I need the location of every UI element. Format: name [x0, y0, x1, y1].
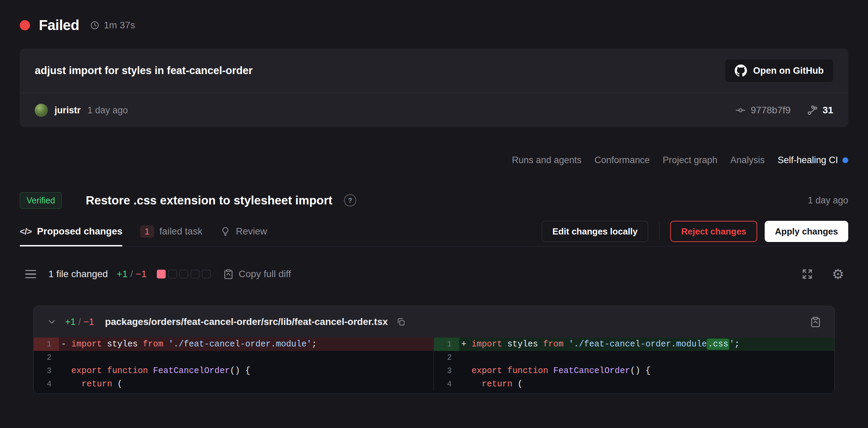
- code-token: (: [112, 379, 122, 389]
- change-blocks: [157, 270, 211, 279]
- diff-line: 4 return (: [434, 377, 834, 391]
- code-content: + import styles from './feat-cancel-orde…: [459, 338, 834, 351]
- commit-icon: [735, 105, 746, 116]
- diff-file-header: +1 / −1 packages/orders/feat-cancel-orde…: [34, 306, 834, 338]
- tabs-row: </> Proposed changes 1 failed task Revie…: [20, 217, 848, 246]
- duration: 1m 37s: [90, 20, 135, 31]
- code-token: (: [512, 379, 523, 389]
- file-diff-stats: +1 / −1: [65, 317, 94, 327]
- diff-pane-old: 1- import styles from './feat-cancel-ord…: [34, 338, 434, 391]
- code-content: return (: [459, 377, 834, 391]
- file-path: packages/orders/feat-cancel-order/src/li…: [105, 316, 388, 327]
- branch-count-group[interactable]: 31: [806, 104, 833, 116]
- code-token: FeatCancelOrder: [553, 366, 630, 376]
- nav-item-analysis[interactable]: Analysis: [730, 155, 765, 166]
- change-block: [157, 270, 166, 279]
- avatar[interactable]: [35, 104, 48, 117]
- diff-body: 1- import styles from './feat-cancel-ord…: [34, 338, 834, 394]
- code-token: ;: [734, 339, 739, 349]
- gear-icon[interactable]: ⚙: [832, 267, 844, 281]
- code-token: export: [71, 366, 102, 376]
- fix-time: 1 day ago: [808, 195, 848, 206]
- nav-item-conformance[interactable]: Conformance: [595, 155, 650, 166]
- change-block: [168, 270, 177, 279]
- change-block: [191, 270, 199, 279]
- github-icon: [735, 65, 747, 77]
- code-content: export function FeatCancelOrder() {: [59, 364, 433, 377]
- code-token: [148, 366, 153, 376]
- code-token: [163, 339, 168, 349]
- commit-hash-group[interactable]: 9778b7f9: [735, 105, 791, 116]
- status-label: Failed: [39, 17, 79, 33]
- code-content: [59, 351, 433, 364]
- open-on-github-label: Open on GitHub: [753, 66, 824, 76]
- chevron-down-icon[interactable]: [47, 317, 57, 327]
- code-token: [61, 379, 81, 389]
- lightbulb-icon: [220, 226, 230, 237]
- code-token: function: [107, 366, 148, 376]
- apply-changes-button[interactable]: Apply changes: [765, 221, 848, 242]
- code-token: return: [81, 379, 112, 389]
- copy-path-icon[interactable]: [396, 317, 406, 327]
- copy-file-diff-icon[interactable]: [810, 316, 821, 328]
- diff-line: 2: [34, 351, 433, 364]
- fix-header: Verified Restore .css extension to style…: [20, 190, 848, 211]
- commit-card-top: adjust import for styles in feat-cancel-…: [20, 48, 848, 93]
- file-additions: +1: [65, 317, 76, 327]
- diff-toolbar: 1 file changed +1 / −1 Copy full diff ⚙: [20, 262, 848, 286]
- code-token: [564, 339, 569, 349]
- code-token: ;: [312, 339, 317, 349]
- nav-item-runs-and-agents[interactable]: Runs and agents: [512, 155, 582, 166]
- line-number: 3: [34, 364, 59, 377]
- nav-item-self-healing-ci[interactable]: Self-healing CI: [778, 155, 848, 166]
- author-name: juristr: [55, 105, 81, 116]
- tabs: </> Proposed changes 1 failed task Revie…: [20, 217, 267, 246]
- reject-changes-button[interactable]: Reject changes: [670, 221, 757, 242]
- failed-task-count-badge: 1: [140, 225, 154, 238]
- copy-full-diff-button[interactable]: Copy full diff: [223, 269, 291, 280]
- line-number: 1: [434, 338, 459, 351]
- stats-separator: /: [130, 269, 133, 280]
- code-content: export function FeatCancelOrder() {: [459, 364, 834, 377]
- tab-review[interactable]: Review: [220, 217, 267, 246]
- code-token: [548, 366, 553, 376]
- nav-item-project-graph[interactable]: Project graph: [663, 155, 718, 166]
- commit-refs: 9778b7f9 31: [735, 104, 833, 116]
- code-content: - import styles from './feat-cancel-orde…: [59, 338, 433, 351]
- tab-proposed-changes-label: Proposed changes: [37, 226, 123, 237]
- code-token: () {: [230, 366, 250, 376]
- help-icon[interactable]: ?: [344, 194, 356, 206]
- diff-line: 3 export function FeatCancelOrder() {: [434, 364, 834, 377]
- code-content: return (: [59, 377, 433, 391]
- diff-line: 2: [434, 351, 834, 364]
- active-tab-underline: [20, 245, 122, 246]
- code-token: function: [507, 366, 548, 376]
- tab-proposed-changes[interactable]: </> Proposed changes: [20, 217, 122, 246]
- tab-failed-task[interactable]: 1 failed task: [140, 217, 203, 246]
- expand-icon[interactable]: [801, 268, 813, 280]
- code-token: [461, 366, 472, 376]
- code-token: './feat-cancel-order.module: [569, 339, 707, 349]
- page: Failed 1m 37s adjust import for styles i…: [0, 0, 868, 394]
- code-content: [459, 351, 834, 364]
- files-changed: 1 file changed: [48, 269, 108, 280]
- tab-review-label: Review: [236, 226, 267, 237]
- open-on-github-button[interactable]: Open on GitHub: [725, 59, 833, 82]
- diff-line: 4 return (: [34, 377, 433, 391]
- commit-card: adjust import for styles in feat-cancel-…: [20, 48, 848, 127]
- code-token: -: [61, 339, 71, 349]
- status-header: Failed 1m 37s: [20, 16, 848, 35]
- code-token: FeatCancelOrder: [153, 366, 230, 376]
- file-list-menu-icon[interactable]: [25, 270, 36, 279]
- verified-badge: Verified: [20, 192, 62, 209]
- tab-failed-task-label: failed task: [160, 226, 203, 237]
- file-stats-separator: /: [78, 317, 81, 327]
- commit-hash: 9778b7f9: [751, 105, 791, 116]
- code-token: [461, 379, 482, 389]
- code-token: return: [482, 379, 512, 389]
- clipboard-icon: [223, 269, 234, 280]
- deletions-count: −1: [136, 269, 147, 280]
- edit-changes-locally-button[interactable]: Edit changes locally: [542, 221, 648, 242]
- code-icon: </>: [20, 226, 32, 237]
- code-token: from: [543, 339, 564, 349]
